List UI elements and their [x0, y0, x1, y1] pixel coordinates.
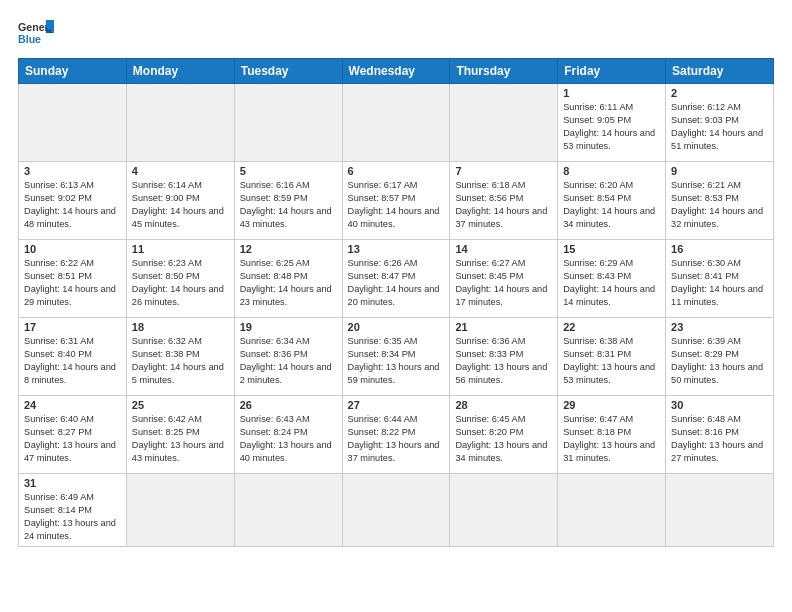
day-number: 25 [132, 399, 229, 411]
day-info: Sunrise: 6:34 AM Sunset: 8:36 PM Dayligh… [240, 335, 337, 387]
day-info: Sunrise: 6:29 AM Sunset: 8:43 PM Dayligh… [563, 257, 660, 309]
calendar-cell: 13Sunrise: 6:26 AM Sunset: 8:47 PM Dayli… [342, 240, 450, 318]
calendar-cell: 1Sunrise: 6:11 AM Sunset: 9:05 PM Daylig… [558, 84, 666, 162]
week-row-3: 10Sunrise: 6:22 AM Sunset: 8:51 PM Dayli… [19, 240, 774, 318]
calendar-cell: 2Sunrise: 6:12 AM Sunset: 9:03 PM Daylig… [666, 84, 774, 162]
calendar-cell [666, 474, 774, 547]
day-number: 1 [563, 87, 660, 99]
weekday-header-tuesday: Tuesday [234, 59, 342, 84]
day-info: Sunrise: 6:49 AM Sunset: 8:14 PM Dayligh… [24, 491, 121, 543]
day-number: 31 [24, 477, 121, 489]
day-number: 3 [24, 165, 121, 177]
calendar-cell [450, 474, 558, 547]
logo: General Blue [18, 18, 54, 48]
calendar-cell [342, 474, 450, 547]
weekday-header-friday: Friday [558, 59, 666, 84]
week-row-4: 17Sunrise: 6:31 AM Sunset: 8:40 PM Dayli… [19, 318, 774, 396]
day-number: 6 [348, 165, 445, 177]
day-info: Sunrise: 6:44 AM Sunset: 8:22 PM Dayligh… [348, 413, 445, 465]
day-number: 18 [132, 321, 229, 333]
calendar-cell: 15Sunrise: 6:29 AM Sunset: 8:43 PM Dayli… [558, 240, 666, 318]
day-info: Sunrise: 6:30 AM Sunset: 8:41 PM Dayligh… [671, 257, 768, 309]
day-info: Sunrise: 6:32 AM Sunset: 8:38 PM Dayligh… [132, 335, 229, 387]
calendar-cell: 4Sunrise: 6:14 AM Sunset: 9:00 PM Daylig… [126, 162, 234, 240]
calendar-cell: 28Sunrise: 6:45 AM Sunset: 8:20 PM Dayli… [450, 396, 558, 474]
week-row-1: 1Sunrise: 6:11 AM Sunset: 9:05 PM Daylig… [19, 84, 774, 162]
calendar-cell [234, 84, 342, 162]
day-info: Sunrise: 6:47 AM Sunset: 8:18 PM Dayligh… [563, 413, 660, 465]
day-number: 19 [240, 321, 337, 333]
day-number: 27 [348, 399, 445, 411]
calendar-cell: 6Sunrise: 6:17 AM Sunset: 8:57 PM Daylig… [342, 162, 450, 240]
calendar-cell: 18Sunrise: 6:32 AM Sunset: 8:38 PM Dayli… [126, 318, 234, 396]
calendar-cell [234, 474, 342, 547]
day-info: Sunrise: 6:25 AM Sunset: 8:48 PM Dayligh… [240, 257, 337, 309]
calendar-cell [342, 84, 450, 162]
day-number: 15 [563, 243, 660, 255]
calendar-cell: 12Sunrise: 6:25 AM Sunset: 8:48 PM Dayli… [234, 240, 342, 318]
day-number: 11 [132, 243, 229, 255]
calendar-cell: 8Sunrise: 6:20 AM Sunset: 8:54 PM Daylig… [558, 162, 666, 240]
week-row-6: 31Sunrise: 6:49 AM Sunset: 8:14 PM Dayli… [19, 474, 774, 547]
calendar-cell: 16Sunrise: 6:30 AM Sunset: 8:41 PM Dayli… [666, 240, 774, 318]
day-info: Sunrise: 6:17 AM Sunset: 8:57 PM Dayligh… [348, 179, 445, 231]
calendar-cell: 3Sunrise: 6:13 AM Sunset: 9:02 PM Daylig… [19, 162, 127, 240]
day-number: 8 [563, 165, 660, 177]
calendar-cell: 27Sunrise: 6:44 AM Sunset: 8:22 PM Dayli… [342, 396, 450, 474]
day-number: 22 [563, 321, 660, 333]
day-number: 17 [24, 321, 121, 333]
calendar-cell: 9Sunrise: 6:21 AM Sunset: 8:53 PM Daylig… [666, 162, 774, 240]
calendar-cell: 20Sunrise: 6:35 AM Sunset: 8:34 PM Dayli… [342, 318, 450, 396]
calendar-cell: 26Sunrise: 6:43 AM Sunset: 8:24 PM Dayli… [234, 396, 342, 474]
day-info: Sunrise: 6:38 AM Sunset: 8:31 PM Dayligh… [563, 335, 660, 387]
week-row-2: 3Sunrise: 6:13 AM Sunset: 9:02 PM Daylig… [19, 162, 774, 240]
day-info: Sunrise: 6:20 AM Sunset: 8:54 PM Dayligh… [563, 179, 660, 231]
day-number: 5 [240, 165, 337, 177]
day-number: 16 [671, 243, 768, 255]
day-number: 14 [455, 243, 552, 255]
week-row-5: 24Sunrise: 6:40 AM Sunset: 8:27 PM Dayli… [19, 396, 774, 474]
day-info: Sunrise: 6:42 AM Sunset: 8:25 PM Dayligh… [132, 413, 229, 465]
day-info: Sunrise: 6:40 AM Sunset: 8:27 PM Dayligh… [24, 413, 121, 465]
day-number: 20 [348, 321, 445, 333]
calendar-cell: 22Sunrise: 6:38 AM Sunset: 8:31 PM Dayli… [558, 318, 666, 396]
header: General Blue [18, 18, 774, 48]
calendar-cell: 21Sunrise: 6:36 AM Sunset: 8:33 PM Dayli… [450, 318, 558, 396]
day-info: Sunrise: 6:43 AM Sunset: 8:24 PM Dayligh… [240, 413, 337, 465]
day-info: Sunrise: 6:22 AM Sunset: 8:51 PM Dayligh… [24, 257, 121, 309]
day-info: Sunrise: 6:35 AM Sunset: 8:34 PM Dayligh… [348, 335, 445, 387]
day-number: 26 [240, 399, 337, 411]
weekday-header-thursday: Thursday [450, 59, 558, 84]
page: General Blue SundayMondayTuesdayWednesda… [0, 0, 792, 557]
day-number: 29 [563, 399, 660, 411]
calendar-cell: 29Sunrise: 6:47 AM Sunset: 8:18 PM Dayli… [558, 396, 666, 474]
day-info: Sunrise: 6:18 AM Sunset: 8:56 PM Dayligh… [455, 179, 552, 231]
day-info: Sunrise: 6:27 AM Sunset: 8:45 PM Dayligh… [455, 257, 552, 309]
day-info: Sunrise: 6:12 AM Sunset: 9:03 PM Dayligh… [671, 101, 768, 153]
day-number: 13 [348, 243, 445, 255]
calendar-cell: 19Sunrise: 6:34 AM Sunset: 8:36 PM Dayli… [234, 318, 342, 396]
day-number: 7 [455, 165, 552, 177]
calendar-table: SundayMondayTuesdayWednesdayThursdayFrid… [18, 58, 774, 547]
generalblue-logo-icon: General Blue [18, 18, 54, 48]
calendar-cell: 17Sunrise: 6:31 AM Sunset: 8:40 PM Dayli… [19, 318, 127, 396]
day-number: 23 [671, 321, 768, 333]
calendar-cell: 5Sunrise: 6:16 AM Sunset: 8:59 PM Daylig… [234, 162, 342, 240]
day-info: Sunrise: 6:45 AM Sunset: 8:20 PM Dayligh… [455, 413, 552, 465]
calendar-cell: 23Sunrise: 6:39 AM Sunset: 8:29 PM Dayli… [666, 318, 774, 396]
day-number: 10 [24, 243, 121, 255]
calendar-cell: 25Sunrise: 6:42 AM Sunset: 8:25 PM Dayli… [126, 396, 234, 474]
day-number: 21 [455, 321, 552, 333]
day-number: 28 [455, 399, 552, 411]
calendar-cell [126, 474, 234, 547]
day-info: Sunrise: 6:39 AM Sunset: 8:29 PM Dayligh… [671, 335, 768, 387]
day-info: Sunrise: 6:13 AM Sunset: 9:02 PM Dayligh… [24, 179, 121, 231]
day-number: 9 [671, 165, 768, 177]
calendar-cell [126, 84, 234, 162]
day-number: 2 [671, 87, 768, 99]
day-info: Sunrise: 6:23 AM Sunset: 8:50 PM Dayligh… [132, 257, 229, 309]
day-info: Sunrise: 6:36 AM Sunset: 8:33 PM Dayligh… [455, 335, 552, 387]
day-number: 30 [671, 399, 768, 411]
day-info: Sunrise: 6:16 AM Sunset: 8:59 PM Dayligh… [240, 179, 337, 231]
day-info: Sunrise: 6:11 AM Sunset: 9:05 PM Dayligh… [563, 101, 660, 153]
